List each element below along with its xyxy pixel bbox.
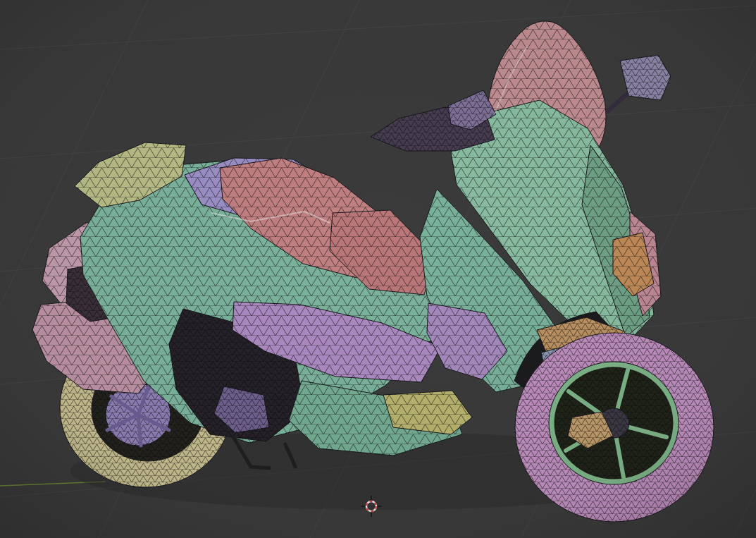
blender-3d-viewport[interactable] (0, 0, 756, 538)
viewport-canvas (0, 0, 756, 538)
